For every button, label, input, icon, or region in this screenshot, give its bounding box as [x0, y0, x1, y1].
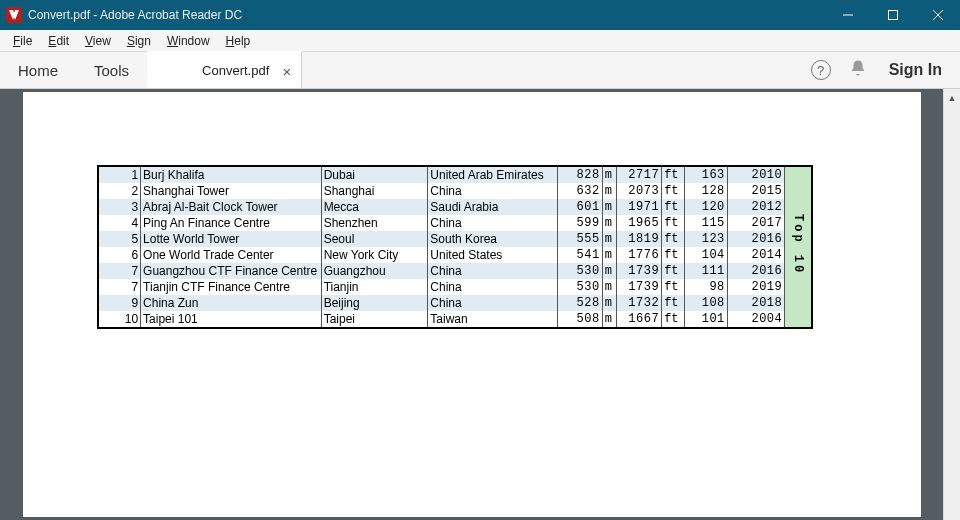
svg-rect-1 [888, 11, 897, 20]
side-label: Top 10 [790, 214, 806, 275]
cell-year: 2017 [727, 215, 784, 231]
document-tab[interactable]: Convert.pdf × [147, 51, 302, 88]
cell-height-ft: 1819 [617, 231, 662, 247]
scroll-up-arrow-icon[interactable]: ▲ [944, 89, 960, 106]
table-row: 7Tianjin CTF Finance CentreTianjinChina5… [98, 279, 812, 295]
cell-unit-ft: ft [662, 166, 685, 183]
close-button[interactable] [915, 0, 960, 30]
cell-floors: 120 [684, 199, 727, 215]
cell-name: Burj Khalifa [141, 166, 322, 183]
cell-country: South Korea [428, 231, 557, 247]
cell-height-ft: 1739 [617, 263, 662, 279]
cell-floors: 108 [684, 295, 727, 311]
cell-rank: 9 [98, 295, 141, 311]
cell-city: Shenzhen [321, 215, 428, 231]
table-row: 2Shanghai TowerShanghaiChina632m2073ft12… [98, 183, 812, 199]
cell-unit-m: m [602, 183, 616, 199]
minimize-button[interactable] [825, 0, 870, 30]
cell-city: Guangzhou [321, 263, 428, 279]
acrobat-app-icon [6, 7, 22, 23]
cell-floors: 101 [684, 311, 727, 328]
document-area: 1Burj KhalifaDubaiUnited Arab Emirates82… [0, 89, 960, 520]
cell-name: One World Trade Center [141, 247, 322, 263]
cell-height-ft: 2717 [617, 166, 662, 183]
cell-country: Taiwan [428, 311, 557, 328]
menu-sign[interactable]: Sign [120, 32, 158, 50]
cell-city: Seoul [321, 231, 428, 247]
cell-name: Lotte World Tower [141, 231, 322, 247]
menubar: File Edit View Sign Window Help [0, 30, 960, 52]
page-viewport[interactable]: 1Burj KhalifaDubaiUnited Arab Emirates82… [0, 89, 943, 520]
cell-unit-m: m [602, 311, 616, 328]
cell-rank: 7 [98, 279, 141, 295]
cell-height-ft: 1965 [617, 215, 662, 231]
sign-in-button[interactable]: Sign In [885, 61, 946, 79]
cell-name: China Zun [141, 295, 322, 311]
cell-height-m: 632 [557, 183, 602, 199]
menu-file[interactable]: File [6, 32, 39, 50]
cell-city: Dubai [321, 166, 428, 183]
maximize-button[interactable] [870, 0, 915, 30]
cell-country: China [428, 295, 557, 311]
cell-rank: 7 [98, 263, 141, 279]
help-icon[interactable]: ? [811, 60, 831, 80]
cell-rank: 2 [98, 183, 141, 199]
table-row: 5Lotte World TowerSeoulSouth Korea555m18… [98, 231, 812, 247]
cell-name: Abraj Al-Bait Clock Tower [141, 199, 322, 215]
cell-country: China [428, 279, 557, 295]
cell-height-m: 541 [557, 247, 602, 263]
window-title: Convert.pdf - Adobe Acrobat Reader DC [28, 8, 242, 22]
cell-height-m: 530 [557, 279, 602, 295]
buildings-table: 1Burj KhalifaDubaiUnited Arab Emirates82… [97, 165, 813, 329]
notifications-icon[interactable] [849, 59, 867, 81]
cell-name: Ping An Finance Centre [141, 215, 322, 231]
cell-height-ft: 1776 [617, 247, 662, 263]
cell-height-ft: 1739 [617, 279, 662, 295]
cell-floors: 104 [684, 247, 727, 263]
cell-unit-m: m [602, 295, 616, 311]
cell-city: Tianjin [321, 279, 428, 295]
cell-year: 2019 [727, 279, 784, 295]
cell-floors: 123 [684, 231, 727, 247]
side-label-cell: Top 10 [785, 166, 812, 328]
tab-close-icon[interactable]: × [282, 63, 291, 78]
cell-height-m: 828 [557, 166, 602, 183]
titlebar: Convert.pdf - Adobe Acrobat Reader DC [0, 0, 960, 30]
table-row: 1Burj KhalifaDubaiUnited Arab Emirates82… [98, 166, 812, 183]
cell-unit-ft: ft [662, 263, 685, 279]
cell-unit-ft: ft [662, 199, 685, 215]
menu-edit[interactable]: Edit [41, 32, 76, 50]
cell-year: 2015 [727, 183, 784, 199]
cell-rank: 4 [98, 215, 141, 231]
cell-year: 2004 [727, 311, 784, 328]
menu-window[interactable]: Window [160, 32, 217, 50]
scrollbar-thumb[interactable] [944, 106, 960, 176]
menu-help[interactable]: Help [219, 32, 258, 50]
cell-unit-m: m [602, 263, 616, 279]
menu-sign-label: S [127, 34, 135, 48]
cell-year: 2014 [727, 247, 784, 263]
menu-help-label: H [226, 34, 235, 48]
home-button[interactable]: Home [0, 52, 76, 88]
cell-country: China [428, 263, 557, 279]
cell-country: United States [428, 247, 557, 263]
cell-height-ft: 1971 [617, 199, 662, 215]
cell-country: China [428, 183, 557, 199]
cell-unit-m: m [602, 199, 616, 215]
cell-height-m: 599 [557, 215, 602, 231]
tools-button[interactable]: Tools [76, 52, 147, 88]
cell-floors: 128 [684, 183, 727, 199]
cell-rank: 6 [98, 247, 141, 263]
menu-view[interactable]: View [78, 32, 118, 50]
cell-city: New York City [321, 247, 428, 263]
cell-unit-ft: ft [662, 183, 685, 199]
cell-rank: 10 [98, 311, 141, 328]
table-row: 10Taipei 101TaipeiTaiwan508m1667ft101200… [98, 311, 812, 328]
cell-unit-ft: ft [662, 279, 685, 295]
cell-year: 2016 [727, 231, 784, 247]
cell-height-m: 528 [557, 295, 602, 311]
vertical-scrollbar[interactable]: ▲ [943, 89, 960, 520]
pdf-page: 1Burj KhalifaDubaiUnited Arab Emirates82… [23, 92, 921, 517]
cell-city: Taipei [321, 311, 428, 328]
cell-unit-m: m [602, 215, 616, 231]
